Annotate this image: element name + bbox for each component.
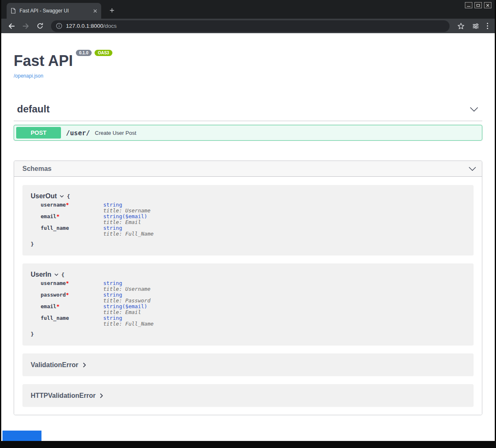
chevron-down-icon [60, 195, 64, 197]
property-name: password [41, 292, 66, 298]
property-name: username [41, 280, 66, 286]
property-row: password* stringtitle: Password [41, 292, 465, 304]
property-type: string [103, 280, 151, 286]
oas3-badge: OAS3 [95, 50, 112, 56]
required-star: * [66, 202, 69, 208]
property-name: full_name [41, 225, 69, 231]
model-userout: UserOut { username* stringtitle: Usernam… [22, 185, 474, 256]
reload-button[interactable] [34, 21, 45, 32]
model-httpvalidationerror[interactable]: HTTPValidationError [22, 384, 474, 407]
property-type: string [103, 315, 153, 321]
operation-summary: Create User Post [95, 130, 136, 136]
close-brace: } [31, 241, 465, 247]
browser-window: Fast API - Swagger UI [0, 0, 496, 448]
model-name: HTTPValidationError [31, 392, 95, 399]
property-row: email* string($email)title: Email [41, 214, 465, 225]
property-title: title: Username [103, 208, 151, 214]
tag-header-default[interactable]: default [14, 100, 482, 121]
close-window-button[interactable] [484, 2, 491, 8]
property-type: string [103, 292, 151, 298]
browser-tab[interactable]: Fast API - Swagger UI [7, 3, 101, 19]
url-host: 127.0.0.1:8000 [66, 23, 103, 29]
api-title: Fast API [14, 52, 73, 69]
property-row: email* string($email)title: Email [41, 304, 465, 315]
close-tab-icon[interactable] [93, 9, 97, 13]
back-button[interactable] [6, 21, 17, 32]
titlebar: Fast API - Swagger UI [1, 0, 495, 19]
property-name: email [41, 303, 56, 309]
toolbar-right [455, 21, 490, 32]
url-path: /docs [103, 23, 117, 29]
close-brace: } [31, 331, 465, 337]
chevron-right-icon [83, 363, 86, 368]
schemas-header[interactable]: Schemas [14, 161, 482, 177]
settings-sliders-icon[interactable] [470, 21, 481, 32]
openapi-spec-link[interactable]: /openapi.json [14, 73, 43, 79]
site-info-icon[interactable] [56, 23, 62, 29]
schemas-section: Schemas UserOut { [14, 161, 482, 415]
method-badge: POST [16, 127, 61, 139]
open-brace: { [67, 193, 70, 200]
property-title: title: Password [103, 298, 151, 304]
property-title: title: Full_Name [103, 231, 153, 237]
new-tab-button[interactable] [107, 5, 117, 15]
property-name: email [41, 213, 56, 219]
required-star: * [66, 292, 69, 298]
status-popup [2, 431, 41, 441]
property-type: string($email) [103, 214, 147, 219]
property-name: username [41, 202, 66, 208]
maximize-button[interactable] [474, 2, 482, 8]
property-title: title: Email [103, 309, 147, 315]
property-title: title: Username [103, 286, 151, 292]
required-star: * [56, 303, 60, 309]
model-validationerror[interactable]: ValidationError [22, 353, 474, 376]
open-brace: { [61, 272, 65, 278]
forward-button[interactable] [20, 21, 31, 32]
operation-path: /user/ [66, 129, 90, 137]
model-name: ValidationError [31, 361, 78, 369]
property-row: full_name stringtitle: Full_Name [41, 315, 465, 327]
required-star: * [56, 213, 60, 219]
swagger-page: Fast API0.1.0OAS3 /openapi.json default … [1, 33, 495, 415]
property-type: string [103, 225, 153, 231]
schemas-title: Schemas [22, 165, 51, 173]
property-row: username* stringtitle: Username [41, 280, 465, 292]
chevron-right-icon [100, 393, 103, 398]
chevron-down-icon [54, 273, 58, 276]
model-properties: username* stringtitle: Username password… [41, 280, 465, 327]
url-bar[interactable]: 127.0.0.1:8000/docs [51, 20, 450, 32]
property-type: string [103, 202, 151, 208]
tag-name: default [17, 103, 50, 115]
bookmark-star-icon[interactable] [455, 21, 466, 32]
tab-title: Fast API - Swagger UI [19, 8, 90, 14]
property-title: title: Email [103, 219, 147, 225]
model-properties: username* stringtitle: Username email* s… [41, 202, 465, 237]
window-bottom-border [1, 441, 495, 448]
property-name: full_name [41, 315, 69, 321]
property-row: username* stringtitle: Username [41, 202, 465, 214]
browser-menu-icon[interactable] [485, 21, 490, 31]
url-text: 127.0.0.1:8000/docs [66, 23, 117, 29]
minimize-button[interactable] [465, 2, 472, 8]
operation-post-user[interactable]: POST /user/ Create User Post [14, 125, 482, 141]
model-userin-toggle[interactable]: UserIn { [31, 271, 465, 278]
version-badge: 0.1.0 [76, 50, 92, 56]
tag-section-default: default POST /user/ Create User Post [14, 100, 482, 141]
model-name: UserIn [31, 271, 51, 278]
model-name: UserOut [31, 192, 57, 200]
page-favicon-icon [11, 8, 16, 14]
chevron-down-icon [470, 107, 478, 112]
browser-toolbar: 127.0.0.1:8000/docs [1, 19, 495, 33]
schemas-body: UserOut { username* stringtitle: Usernam… [14, 177, 482, 415]
required-star: * [66, 280, 69, 286]
property-title: title: Full_Name [103, 321, 153, 327]
chevron-down-icon [469, 167, 476, 171]
property-type: string($email) [103, 304, 147, 309]
window-controls [465, 2, 491, 8]
model-userout-toggle[interactable]: UserOut { [31, 192, 465, 200]
property-row: full_name stringtitle: Full_Name [41, 225, 465, 237]
api-info: Fast API0.1.0OAS3 /openapi.json [14, 50, 482, 79]
model-userin: UserIn { username* stringtitle: Username… [22, 263, 474, 346]
